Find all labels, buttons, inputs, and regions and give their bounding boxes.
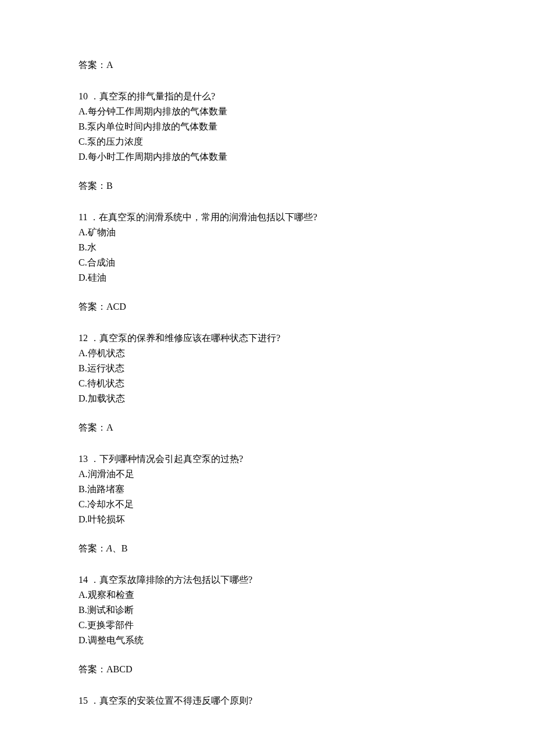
question-number: 13 [79,454,88,464]
answer-line-q14: 答案：ABCD [79,662,456,676]
question-number: 11 [79,212,87,222]
option-b: B.运行状态 [79,361,456,375]
answer-sep: 、 [112,543,122,553]
option-a: A.每分钟工作周期内排放的气体数量 [79,105,456,119]
option-a: A.润滑油不足 [79,467,456,481]
option-d: D.加载状态 [79,392,456,406]
answer-label: 答案： [79,60,106,70]
question-14: 14 ．真空泵故障排除的方法包括以下哪些? A.观察和检查 B.测试和诊断 C.… [79,573,456,647]
answer-value: B [106,181,113,191]
option-b: B.测试和诊断 [79,603,456,617]
question-body: ．下列哪种情况会引起真空泵的过热? [90,454,243,464]
answer-value-part1: A [106,543,112,553]
option-c: C.冷却水不足 [79,497,456,511]
answer-label: 答案： [79,422,106,432]
answer-value: ABCD [106,664,132,674]
question-text: 10 ．真空泵的排气量指的是什么? [79,89,456,103]
answer-line-q11: 答案：ACD [79,300,456,314]
question-text: 12 ．真空泵的保养和维修应该在哪种状态下进行? [79,331,456,345]
question-text: 13 ．下列哪种情况会引起真空泵的过热? [79,452,456,466]
answer-label: 答案： [79,543,106,553]
answer-value: A [106,60,113,70]
question-body: ．真空泵的保养和维修应该在哪种状态下进行? [90,333,280,343]
answer-line-q10: 答案：B [79,179,456,193]
option-c: C.泵的压力浓度 [79,135,456,149]
question-body: ．真空泵故障排除的方法包括以下哪些? [90,575,252,585]
option-a: A.观察和检查 [79,588,456,602]
option-d: D.每小时工作周期内排放的气体数量 [79,150,456,164]
option-d: D.硅油 [79,271,456,285]
question-number: 12 [79,333,88,343]
question-number: 10 [79,91,88,101]
question-11: 11 ．在真空泵的润滑系统中，常用的润滑油包括以下哪些? A.矿物油 B.水 C… [79,210,456,285]
question-body: ．真空泵的安装位置不得违反哪个原则? [90,696,252,705]
question-13: 13 ．下列哪种情况会引起真空泵的过热? A.润滑油不足 B.油路堵塞 C.冷却… [79,452,456,526]
answer-value-part2: B [122,543,128,553]
question-text: 15 ．真空泵的安装位置不得违反哪个原则? [79,694,456,708]
question-number: 15 [79,696,88,705]
option-d: D.调整电气系统 [79,633,456,647]
answer-value: A [106,422,113,432]
option-d: D.叶轮损坏 [79,513,456,526]
question-body: ．真空泵的排气量指的是什么? [90,91,215,101]
answer-label: 答案： [79,181,106,191]
answer-label: 答案： [79,302,106,311]
answer-line-q12: 答案：A [79,421,456,435]
question-10: 10 ．真空泵的排气量指的是什么? A.每分钟工作周期内排放的气体数量 B.泵内… [79,89,456,164]
answer-line-q13: 答案：A、B [79,542,456,556]
document-page: 答案：A 10 ．真空泵的排气量指的是什么? A.每分钟工作周期内排放的气体数量… [0,0,535,756]
question-text: 11 ．在真空泵的润滑系统中，常用的润滑油包括以下哪些? [79,210,456,224]
option-b: B.水 [79,241,456,255]
option-a: A.停机状态 [79,346,456,360]
question-12: 12 ．真空泵的保养和维修应该在哪种状态下进行? A.停机状态 B.运行状态 C… [79,331,456,406]
option-b: B.泵内单位时间内排放的气体数量 [79,120,456,134]
option-b: B.油路堵塞 [79,482,456,496]
question-body: ．在真空泵的润滑系统中，常用的润滑油包括以下哪些? [90,212,317,222]
question-text: 14 ．真空泵故障排除的方法包括以下哪些? [79,573,456,587]
option-c: C.待机状态 [79,377,456,390]
question-number: 14 [79,575,88,585]
answer-label: 答案： [79,664,106,674]
option-a: A.矿物油 [79,225,456,239]
question-15: 15 ．真空泵的安装位置不得违反哪个原则? [79,694,456,708]
answer-value: ACD [106,302,126,311]
option-c: C.合成油 [79,256,456,270]
option-c: C.更换零部件 [79,618,456,632]
answer-line-q9: 答案：A [79,58,456,72]
